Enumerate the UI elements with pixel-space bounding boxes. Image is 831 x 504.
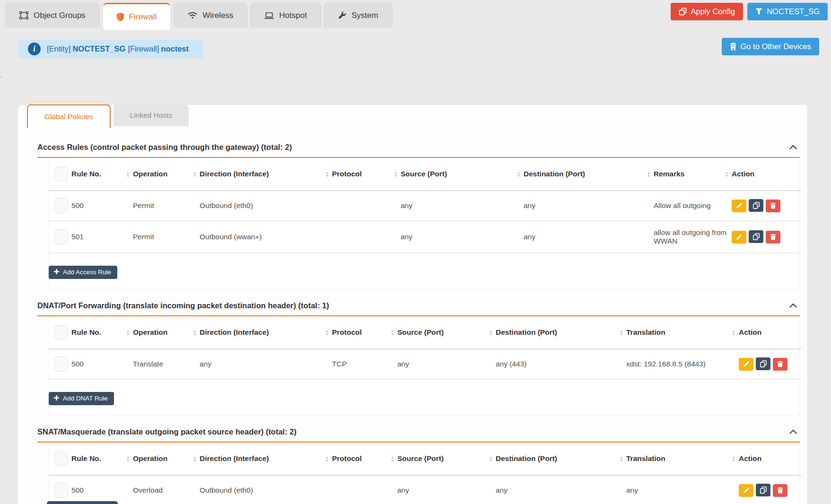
table-cell: allow all outgoing from WWAN — [654, 221, 732, 253]
column-header-3: Protocol▴▾ — [332, 158, 401, 191]
sort-arrows-icon[interactable]: ▴▾ — [193, 455, 196, 462]
sort-arrows-icon[interactable]: ▴▾ — [620, 455, 622, 462]
access-rules-section: Access Rules (control packet passing thr… — [37, 137, 800, 289]
row-checkbox[interactable] — [54, 229, 68, 244]
wrench-icon — [338, 11, 346, 19]
device-selector-label: NOCTEST_SG — [767, 7, 820, 16]
sort-arrows-icon[interactable]: ▴▾ — [326, 329, 328, 336]
column-header-4: Source (Port)▴▾ — [397, 443, 496, 475]
column-label: Direction (Interface) — [200, 454, 269, 462]
row-checkbox[interactable] — [54, 356, 68, 372]
pencil-icon — [743, 487, 750, 494]
tab-global-policies[interactable]: Global Policies — [27, 104, 111, 128]
sort-arrows-icon[interactable]: ▴▾ — [620, 329, 622, 336]
column-header-6: Translation▴▾ — [626, 443, 739, 475]
add-snat-rule-button[interactable] — [47, 501, 118, 504]
sort-arrows-icon[interactable]: ▴▾ — [391, 329, 394, 336]
duplicate-rule-button[interactable] — [756, 484, 770, 496]
go-to-other-devices-label: Go to Other Devices — [741, 42, 811, 51]
tab-wireless[interactable]: Wireless — [174, 3, 247, 27]
delete-rule-button[interactable] — [773, 358, 787, 371]
column-header-1: Operation▴▾ — [133, 158, 200, 191]
select-all-checkbox[interactable] — [54, 452, 68, 466]
sort-arrows-icon[interactable]: ▴▾ — [647, 171, 650, 177]
snat-section: SNAT/Masquerade (translate outgoing pack… — [37, 422, 800, 504]
banner-row: i [Entity]NOCTEST_SG[Firewall]noctest Go… — [0, 40, 831, 59]
duplicate-rule-button[interactable] — [749, 199, 763, 212]
sort-arrows-icon[interactable]: ▴▾ — [127, 329, 129, 336]
delete-rule-button[interactable] — [773, 484, 787, 497]
sort-arrows-icon[interactable]: ▴▾ — [193, 329, 196, 336]
sort-arrows-icon[interactable]: ▴▾ — [326, 171, 328, 177]
sort-arrows-icon[interactable]: ▴▾ — [127, 171, 129, 177]
add-button-label: Add Access Rule — [63, 269, 111, 276]
column-header-4: Source (Port)▴▾ — [397, 316, 496, 349]
edit-rule-button[interactable] — [739, 358, 753, 371]
table-cell: any — [401, 191, 524, 221]
row-actions — [732, 191, 801, 221]
table-row: 501PermitOutbound (wwan+)anyanyallow all… — [49, 221, 801, 253]
table-cell: any — [524, 191, 654, 221]
tab-hotspot[interactable]: Hotspot — [250, 3, 321, 27]
sort-arrows-icon[interactable]: ▴▾ — [733, 455, 735, 462]
sort-arrows-icon[interactable]: ▴▾ — [490, 329, 492, 336]
firewall-policies-card: Global Policies Linked Hosts Access Rule… — [17, 104, 808, 504]
column-header-4: Source (Port)▴▾ — [401, 158, 524, 191]
duplicate-rule-button[interactable] — [749, 230, 763, 243]
table-cell: any — [626, 475, 739, 504]
sort-arrows-icon[interactable]: ▴▾ — [193, 171, 196, 177]
column-header-5: Destination (Port)▴▾ — [524, 158, 654, 191]
add-dnat-rule-button[interactable]: Add DNAT Rule — [49, 392, 114, 405]
pencil-icon — [736, 234, 743, 240]
edit-rule-button[interactable] — [732, 231, 746, 243]
row-checkbox[interactable] — [54, 483, 68, 498]
apply-config-button[interactable]: Apply Config — [671, 3, 744, 20]
collapse-section-button[interactable] — [787, 300, 800, 311]
table-cell: 500 — [71, 349, 133, 379]
row-select-cell — [49, 349, 71, 379]
table-cell: Permit — [133, 191, 200, 221]
column-label: Source (Port) — [397, 328, 444, 336]
select-all-checkbox[interactable] — [54, 167, 68, 181]
pencil-icon — [736, 202, 743, 209]
access-rules-panel: Rule No.▴▾Operation▴▾Direction (Interfac… — [48, 158, 800, 289]
column-header-1: Operation▴▾ — [133, 443, 200, 475]
table-cell: Outbound (eth0) — [200, 191, 332, 221]
add-access-rule-button[interactable]: Add Access Rule — [49, 266, 117, 279]
delete-rule-button[interactable] — [766, 200, 780, 212]
sort-arrows-icon[interactable]: ▴▾ — [391, 455, 394, 462]
sort-arrows-icon[interactable]: ▴▾ — [127, 455, 129, 462]
plus-icon — [54, 395, 59, 402]
tab-firewall[interactable]: Firewall — [103, 3, 171, 30]
column-label: Action — [739, 454, 761, 462]
duplicate-rule-button[interactable] — [756, 357, 770, 370]
tab-linked-hosts[interactable]: Linked Hosts — [114, 104, 189, 126]
sort-arrows-icon[interactable]: ▴▾ — [726, 171, 728, 177]
table-cell: Translate — [133, 349, 200, 379]
sort-arrows-icon[interactable]: ▴▾ — [326, 455, 328, 462]
table-cell: any (443) — [496, 349, 626, 379]
add-button-label: Add DNAT Rule — [63, 395, 108, 402]
select-all-checkbox[interactable] — [54, 325, 68, 339]
sort-arrows-icon[interactable]: ▴▾ — [517, 171, 520, 177]
dnat-section: DNAT/Port Forwarding (translate incoming… — [37, 295, 800, 415]
row-checkbox[interactable] — [54, 198, 68, 213]
tab-object-groups[interactable]: Object Groups — [5, 3, 100, 27]
go-to-other-devices-button[interactable]: Go to Other Devices — [722, 38, 819, 55]
plus-icon — [54, 269, 59, 276]
collapse-section-button[interactable] — [787, 426, 800, 437]
row-actions — [739, 475, 801, 504]
trash-icon — [777, 361, 783, 367]
edit-rule-button[interactable] — [739, 484, 753, 497]
column-label: Protocol — [332, 454, 362, 462]
sort-arrows-icon[interactable]: ▴▾ — [490, 455, 492, 462]
device-selector-button[interactable]: NOCTEST_SG — [747, 3, 828, 20]
sort-arrows-icon[interactable]: ▴▾ — [733, 329, 735, 336]
collapse-section-button[interactable] — [787, 142, 800, 153]
apply-config-label: Apply Config — [691, 7, 735, 16]
edit-rule-button[interactable] — [732, 200, 746, 212]
delete-rule-button[interactable] — [766, 231, 780, 243]
sort-arrows-icon[interactable]: ▴▾ — [394, 171, 397, 177]
sections: Access Rules (control packet passing thr… — [18, 137, 807, 504]
tab-system[interactable]: System — [324, 3, 393, 27]
